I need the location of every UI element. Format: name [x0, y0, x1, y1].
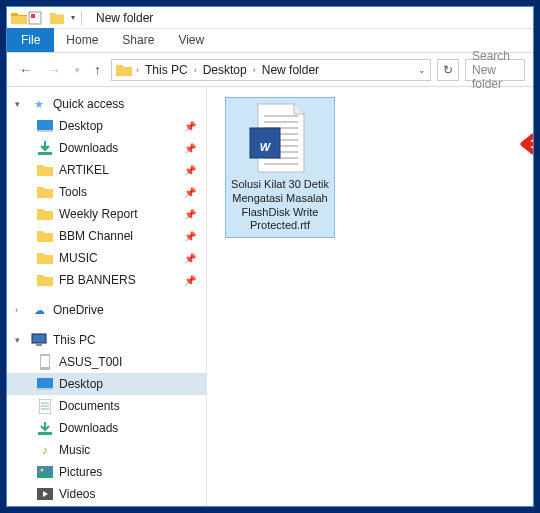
chevron-down-icon: ▾ [15, 335, 25, 345]
folder-icon [37, 162, 53, 178]
window-title: New folder [96, 11, 153, 25]
file-tab[interactable]: File [7, 28, 54, 52]
downloads-icon [37, 420, 53, 436]
quick-access-header[interactable]: ▾ ★ Quick access [7, 93, 206, 115]
pin-icon: 📌 [184, 209, 196, 220]
quick-access-item[interactable]: ARTIKEL 📌 [7, 159, 206, 181]
folder-icon [37, 184, 53, 200]
thispc-item[interactable]: Local Disk (C:) [7, 505, 206, 506]
svg-rect-8 [41, 356, 49, 367]
tab-share[interactable]: Share [110, 28, 166, 52]
svg-text:W: W [260, 141, 272, 153]
thispc-header[interactable]: ▾ This PC [7, 329, 206, 351]
search-input[interactable]: Search New folder [465, 59, 525, 81]
onedrive-header[interactable]: › ☁ OneDrive [7, 299, 206, 321]
body: ▾ ★ Quick access Desktop 📌 Downloads 📌 A… [7, 87, 533, 506]
thispc-item[interactable]: Desktop [7, 373, 206, 395]
quick-access-toolbar: ▾ [27, 10, 75, 26]
svg-rect-10 [37, 388, 53, 390]
quick-access-item[interactable]: Tools 📌 [7, 181, 206, 203]
qat-dropdown-icon[interactable]: ▾ [71, 13, 75, 22]
chevron-down-icon: ▾ [15, 99, 25, 109]
svg-rect-9 [37, 378, 53, 388]
thispc-item[interactable]: Documents [7, 395, 206, 417]
pin-icon: 📌 [184, 121, 196, 132]
chevron-right-icon[interactable]: › [251, 65, 258, 75]
star-icon: ★ [31, 96, 47, 112]
videos-icon [37, 486, 53, 502]
file-item[interactable]: W Solusi Kilat 30 Detik Mengatasi Masala… [225, 97, 335, 238]
quick-access-item[interactable]: MUSIC 📌 [7, 247, 206, 269]
tab-view[interactable]: View [166, 28, 216, 52]
new-folder-icon[interactable] [49, 10, 65, 26]
svg-rect-3 [37, 130, 53, 132]
chevron-right-icon[interactable]: › [192, 65, 199, 75]
navigation-pane: ▾ ★ Quick access Desktop 📌 Downloads 📌 A… [7, 87, 207, 506]
pin-icon: 📌 [184, 165, 196, 176]
chevron-right-icon[interactable]: › [134, 65, 141, 75]
thispc-item[interactable]: Downloads [7, 417, 206, 439]
phone-icon [37, 354, 53, 370]
thispc-item[interactable]: ♪ Music [7, 439, 206, 461]
thispc-item[interactable]: ASUS_T00I [7, 351, 206, 373]
desktop-icon [37, 376, 53, 392]
quick-access-item[interactable]: Downloads 📌 [7, 137, 206, 159]
folder-icon [37, 272, 53, 288]
address-bar[interactable]: › This PC › Desktop › New folder ⌄ [111, 59, 431, 81]
location-folder-icon [116, 62, 132, 78]
folder-icon [37, 250, 53, 266]
svg-rect-15 [38, 432, 52, 435]
folder-icon [37, 228, 53, 244]
thispc-item[interactable]: Pictures [7, 461, 206, 483]
pin-icon: 📌 [184, 253, 196, 264]
file-name: Solusi Kilat 30 Detik Mengatasi Masalah … [230, 178, 330, 233]
quick-access-item[interactable]: Weekly Report 📌 [7, 203, 206, 225]
pin-icon: 📌 [184, 143, 196, 154]
pc-icon [31, 332, 47, 348]
crumb-thispc[interactable]: This PC [143, 63, 190, 77]
forward-button[interactable]: → [43, 62, 65, 78]
svg-rect-5 [32, 334, 46, 343]
svg-rect-4 [38, 152, 52, 155]
documents-icon [37, 398, 53, 414]
cloud-icon: ☁ [31, 302, 47, 318]
pin-icon: 📌 [184, 187, 196, 198]
properties-icon[interactable] [27, 10, 43, 26]
music-icon: ♪ [37, 442, 53, 458]
back-button[interactable]: ← [15, 62, 37, 78]
app-folder-icon [11, 10, 27, 26]
thispc-item[interactable]: Videos [7, 483, 206, 505]
folder-icon [37, 206, 53, 222]
downloads-icon [37, 140, 53, 156]
crumb-desktop[interactable]: Desktop [201, 63, 249, 77]
up-button[interactable]: ↑ [90, 62, 105, 78]
tab-home[interactable]: Home [54, 28, 110, 52]
svg-rect-1 [31, 14, 35, 18]
address-dropdown-icon[interactable]: ⌄ [418, 65, 426, 75]
quick-access-item[interactable]: Desktop 📌 [7, 115, 206, 137]
content-area[interactable]: W Solusi Kilat 30 Detik Mengatasi Masala… [207, 87, 533, 506]
recent-dropdown-icon[interactable]: ▾ [71, 65, 84, 75]
chevron-right-icon: › [15, 305, 25, 315]
pin-icon: 📌 [184, 275, 196, 286]
quick-access-item[interactable]: FB BANNERS 📌 [7, 269, 206, 291]
titlebar: ▾ New folder [7, 7, 533, 29]
explorer-window: ▾ New folder File Home Share View ← → ▾ … [6, 6, 534, 507]
refresh-button[interactable]: ↻ [437, 59, 459, 81]
pin-icon: 📌 [184, 231, 196, 242]
svg-point-17 [41, 469, 44, 472]
quick-access-item[interactable]: BBM Channel 📌 [7, 225, 206, 247]
svg-rect-2 [37, 120, 53, 130]
crumb-newfolder[interactable]: New folder [260, 63, 321, 77]
desktop-icon [37, 118, 53, 134]
svg-rect-6 [36, 344, 42, 346]
navigation-bar: ← → ▾ ↑ › This PC › Desktop › New folder… [7, 53, 533, 87]
pictures-icon [37, 464, 53, 480]
ribbon-tabs: File Home Share View [7, 29, 533, 53]
file-thumbnail: W [244, 102, 316, 174]
annotation-arrow-icon [515, 133, 533, 157]
